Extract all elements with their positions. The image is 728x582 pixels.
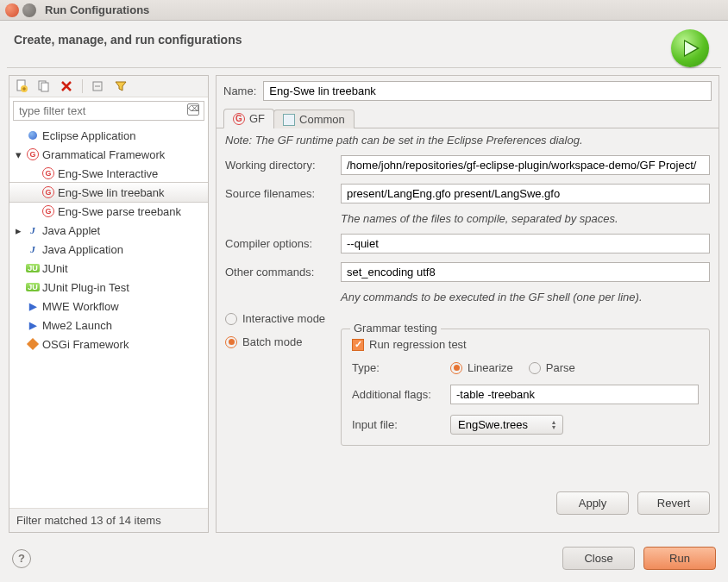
compiler-options-input[interactable] [341, 234, 710, 253]
expander-down-icon[interactable]: ▾ [13, 149, 23, 160]
titlebar: Run Configurations [0, 0, 728, 21]
delete-config-icon[interactable] [60, 79, 73, 93]
apply-button[interactable]: Apply [556, 491, 629, 515]
type-linearize-radio[interactable]: Linearize [450, 361, 513, 374]
tree-item[interactable]: ▶Mwe2 Launch [9, 316, 208, 335]
grammar-testing-group: Grammar testing Run regression test Type… [341, 329, 710, 446]
filter-icon[interactable] [114, 79, 128, 93]
radio-checked-icon [225, 336, 237, 348]
input-file-select[interactable]: EngSwe.trees [450, 415, 563, 435]
tab-gf[interactable]: GGF [223, 109, 274, 128]
filter-status: Filter matched 13 of 14 items [9, 508, 208, 532]
other-commands-label: Other commands: [225, 266, 336, 278]
filter-input[interactable] [13, 101, 204, 121]
collapse-all-icon[interactable] [91, 79, 105, 93]
duplicate-config-icon[interactable] [37, 79, 51, 93]
source-filenames-input[interactable] [341, 184, 710, 203]
grammar-testing-legend: Grammar testing [350, 322, 441, 335]
tree-item[interactable]: JUJUnit Plug-in Test [9, 278, 208, 297]
run-icon [671, 29, 709, 67]
name-input[interactable] [263, 81, 712, 101]
runtime-note: Note: The GF runtime path can be set in … [225, 134, 710, 147]
source-filenames-label: Source filenames: [225, 187, 336, 200]
tree-item-label: Eng-Swe Interactive [58, 167, 158, 180]
working-dir-label: Working directory: [225, 159, 336, 172]
tree-item-label: Grammatical Framework [42, 148, 165, 161]
tree-item-label: JUnit Plug-in Test [42, 281, 129, 294]
compiler-options-label: Compiler options: [225, 237, 336, 250]
tree-item[interactable]: OSGi Framework [9, 335, 208, 354]
close-window-icon[interactable] [5, 3, 19, 17]
name-label: Name: [223, 84, 256, 97]
tree-item[interactable]: GEng-Swe parse treebank [9, 202, 208, 221]
common-tab-icon [283, 114, 295, 126]
run-button[interactable]: Run [643, 547, 716, 570]
close-button[interactable]: Close [562, 547, 635, 570]
svg-rect-5 [41, 83, 48, 91]
tree-item[interactable]: ▶MWE Workflow [9, 297, 208, 316]
additional-flags-label: Additional flags: [352, 388, 445, 401]
tree-item-label: Mwe2 Launch [42, 319, 112, 332]
dialog-header: Create, manage, and run configurations [0, 21, 728, 67]
tab-bar: GGF Common [217, 108, 719, 128]
tree-item-label: Eng-Swe lin treebank [58, 186, 165, 199]
minimize-window-icon[interactable] [22, 3, 36, 17]
window-title: Run Configurations [45, 3, 149, 16]
config-editor: Name: GGF Common Note: The GF runtime pa… [216, 75, 719, 533]
tab-common[interactable]: Common [273, 110, 355, 128]
config-tree: Eclipse Application▾GGrammatical Framewo… [9, 124, 208, 508]
clear-filter-icon[interactable]: ⌫ [187, 103, 199, 116]
tree-item[interactable]: GEng-Swe lin treebank [9, 183, 208, 202]
interactive-mode-radio[interactable]: Interactive mode [225, 312, 710, 325]
run-regression-checkbox[interactable]: Run regression test [352, 338, 699, 351]
tree-item-label: Java Application [42, 243, 123, 256]
type-label: Type: [352, 361, 445, 374]
tree-item[interactable]: JUJUnit [9, 259, 208, 278]
working-dir-input[interactable] [341, 155, 710, 175]
tree-item-label: Java Applet [42, 224, 100, 237]
tree-item[interactable]: GEng-Swe Interactive [9, 164, 208, 183]
tree-item[interactable]: JJava Application [9, 240, 208, 259]
tree-item-label: Eclipse Application [42, 129, 135, 142]
sidebar-toolbar [9, 76, 208, 97]
tree-item-label: MWE Workflow [42, 300, 119, 313]
tree-item-label: JUnit [42, 262, 68, 275]
source-filenames-hint: The names of the files to compile, separ… [341, 212, 710, 225]
new-config-icon[interactable] [15, 79, 28, 93]
other-commands-input[interactable] [341, 262, 710, 282]
page-title: Create, manage, and run configurations [14, 33, 242, 47]
tree-item[interactable]: Eclipse Application [9, 126, 208, 145]
input-file-label: Input file: [352, 418, 445, 431]
type-parse-radio[interactable]: Parse [529, 361, 575, 374]
tree-item-label: OSGi Framework [42, 338, 129, 351]
tree-item[interactable]: ▸JJava Applet [9, 221, 208, 240]
additional-flags-input[interactable] [450, 385, 699, 404]
checkbox-checked-icon [352, 339, 364, 351]
expander-right-icon[interactable]: ▸ [13, 225, 23, 235]
sidebar: ⌫ Eclipse Application▾GGrammatical Frame… [9, 75, 209, 533]
tree-item[interactable]: ▾GGrammatical Framework [9, 145, 208, 164]
spinner-icon [552, 420, 555, 430]
tree-item-label: Eng-Swe parse treebank [58, 205, 181, 218]
radio-icon [225, 313, 237, 325]
batch-mode-radio[interactable]: Batch mode [225, 334, 336, 348]
svg-marker-1 [685, 41, 697, 55]
revert-button[interactable]: Revert [637, 491, 710, 515]
help-icon[interactable]: ? [12, 549, 31, 568]
other-commands-hint: Any commands to be executed in the GF sh… [341, 291, 710, 304]
